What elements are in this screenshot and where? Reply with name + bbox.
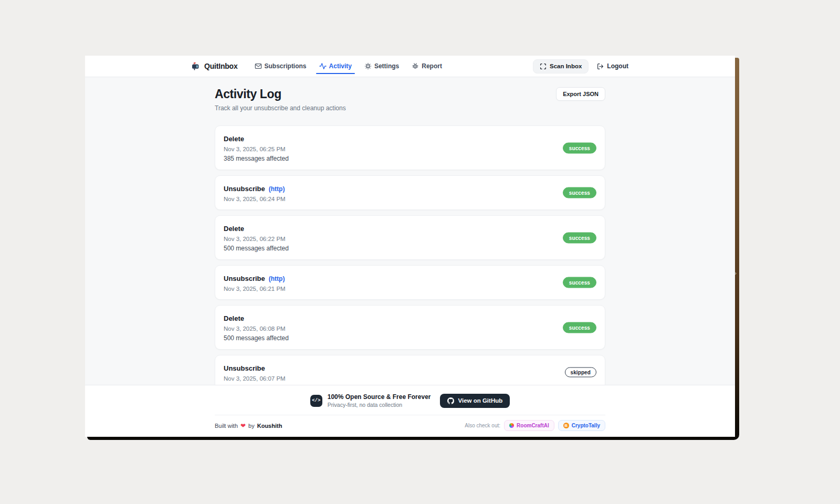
page-subtitle: Track all your unsubscribe and cleanup a…: [215, 104, 346, 112]
main-content: Activity Log Track all your unsubscribe …: [85, 77, 735, 385]
code-icon: </>: [310, 395, 322, 407]
logout-icon: [597, 63, 604, 70]
scan-inbox-label: Scan Inbox: [550, 63, 582, 69]
bitcoin-icon: B: [563, 423, 569, 428]
status-badge: success: [563, 322, 596, 333]
nav-tab-activity[interactable]: Activity: [315, 56, 356, 77]
app-name: QuitInbox: [204, 62, 238, 70]
footer: </> 100% Open Source & Free Forever Priv…: [85, 385, 735, 437]
built-with-text: Built with: [215, 423, 238, 429]
page-title: Activity Log: [215, 87, 346, 101]
activity-timestamp: Nov 3, 2025, 06:25 PM: [224, 146, 596, 152]
github-icon: [447, 397, 454, 404]
activity-detail: 500 messages affected: [224, 245, 596, 252]
nav-label: Settings: [374, 62, 399, 70]
bug-icon: [412, 62, 419, 70]
export-json-button[interactable]: Export JSON: [556, 87, 605, 101]
activity-method: (http): [269, 185, 285, 193]
gear-icon: [364, 62, 372, 70]
mail-icon: [255, 62, 262, 70]
activity-action: Delete: [224, 314, 244, 322]
open-source-title: 100% Open Source & Free Forever: [328, 393, 431, 401]
logout-button[interactable]: Logout: [597, 62, 628, 70]
app-window: QuitInbox Subscriptions Activity: [85, 56, 735, 437]
activity-detail: 385 messages affected: [224, 155, 596, 162]
status-badge: success: [563, 142, 596, 153]
nav-label: Activity: [329, 62, 352, 70]
mailbox-logo-icon: [192, 62, 201, 70]
github-button-label: View on GitHub: [458, 397, 502, 404]
open-source-subtitle: Privacy-first, no data collection: [328, 402, 431, 408]
status-badge: skipped: [565, 368, 597, 377]
nav-label: Report: [422, 62, 442, 70]
roomcraftai-link[interactable]: RoomCraftAI: [504, 420, 554, 431]
activity-timestamp: Nov 3, 2025, 06:21 PM: [224, 286, 596, 292]
also-check-out-label: Also check out:: [465, 423, 500, 428]
scan-inbox-button[interactable]: Scan Inbox: [533, 59, 589, 74]
status-badge: success: [563, 187, 596, 198]
activity-detail: 500 messages affected: [224, 334, 596, 342]
activity-card[interactable]: Delete Nov 3, 2025, 06:22 PM 500 message…: [215, 215, 605, 260]
activity-timestamp: Nov 3, 2025, 06:08 PM: [224, 326, 596, 332]
view-on-github-button[interactable]: View on GitHub: [440, 394, 510, 408]
heart-icon: ❤: [240, 423, 246, 428]
activity-action: Unsubscribe: [224, 364, 265, 372]
cryptotally-label: CryptoTally: [572, 423, 600, 428]
activity-card[interactable]: Delete Nov 3, 2025, 06:25 PM 385 message…: [215, 125, 605, 170]
activity-card[interactable]: Unsubscribe(http) Nov 3, 2025, 06:24 PM …: [215, 175, 605, 210]
top-navbar: QuitInbox Subscriptions Activity: [85, 56, 735, 77]
activity-method: (http): [269, 275, 285, 282]
activity-timestamp: Nov 3, 2025, 06:07 PM: [224, 375, 596, 382]
app-logo[interactable]: QuitInbox: [192, 62, 238, 70]
activity-card[interactable]: Unsubscribe Nov 3, 2025, 06:07 PM skippe…: [215, 355, 605, 385]
cryptotally-link[interactable]: B CryptoTally: [558, 420, 605, 431]
activity-action: Delete: [224, 225, 244, 233]
built-by-text: by: [248, 423, 255, 429]
main-nav: Subscriptions Activity Settings: [250, 56, 446, 77]
roomcraftai-label: RoomCraftAI: [517, 423, 549, 428]
activity-action: Delete: [224, 135, 244, 143]
nav-tab-settings[interactable]: Settings: [360, 56, 403, 77]
nav-label: Subscriptions: [265, 62, 307, 70]
nav-tab-subscriptions[interactable]: Subscriptions: [250, 56, 311, 77]
scan-icon: [540, 63, 547, 70]
activity-action: Unsubscribe: [224, 185, 265, 193]
activity-icon: [319, 62, 327, 70]
status-badge: success: [563, 277, 596, 288]
activity-card[interactable]: Delete Nov 3, 2025, 06:08 PM 500 message…: [215, 305, 605, 350]
palette-icon: [509, 423, 514, 428]
status-badge: success: [563, 232, 596, 243]
nav-tab-report[interactable]: Report: [407, 56, 446, 77]
activity-action: Unsubscribe: [224, 275, 265, 282]
activity-timestamp: Nov 3, 2025, 06:24 PM: [224, 196, 596, 202]
activity-timestamp: Nov 3, 2025, 06:22 PM: [224, 236, 596, 242]
built-with-credit: Built with ❤ by Koushith: [215, 423, 282, 429]
activity-card[interactable]: Unsubscribe(http) Nov 3, 2025, 06:21 PM …: [215, 265, 605, 300]
logout-label: Logout: [607, 62, 628, 70]
author-link[interactable]: Koushith: [257, 423, 282, 429]
activity-list: Delete Nov 3, 2025, 06:25 PM 385 message…: [215, 125, 605, 385]
